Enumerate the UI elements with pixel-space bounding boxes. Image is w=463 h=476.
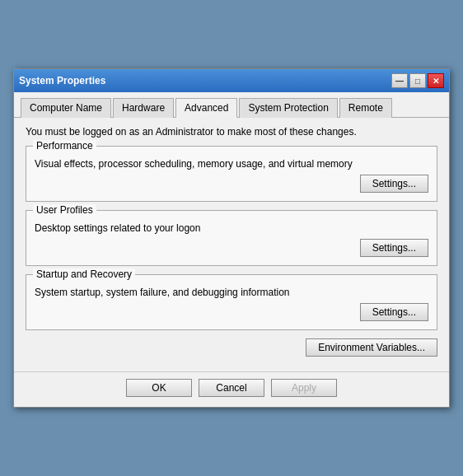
apply-button[interactable]: Apply bbox=[271, 379, 337, 397]
env-variables-row: Environment Variables... bbox=[26, 338, 437, 357]
performance-section: Performance Visual effects, processor sc… bbox=[26, 146, 437, 202]
startup-recovery-settings-button[interactable]: Settings... bbox=[360, 303, 428, 321]
environment-variables-button[interactable]: Environment Variables... bbox=[306, 338, 437, 357]
cancel-button[interactable]: Cancel bbox=[199, 379, 264, 397]
startup-recovery-section: Startup and Recovery System startup, sys… bbox=[26, 274, 437, 330]
performance-settings-button[interactable]: Settings... bbox=[360, 175, 428, 193]
window-title: System Properties bbox=[19, 75, 105, 86]
minimize-button[interactable]: — bbox=[391, 73, 408, 88]
close-button[interactable]: ✕ bbox=[428, 73, 444, 88]
performance-description: Visual effects, processor scheduling, me… bbox=[35, 158, 428, 170]
footer: OK Cancel Apply bbox=[14, 371, 449, 407]
tab-computer-name[interactable]: Computer Name bbox=[21, 98, 111, 118]
title-bar: System Properties — □ ✕ bbox=[14, 69, 449, 92]
title-bar-buttons: — □ ✕ bbox=[391, 73, 444, 88]
startup-recovery-btn-row: Settings... bbox=[35, 303, 428, 321]
tab-bar: Computer Name Hardware Advanced System P… bbox=[14, 92, 449, 118]
admin-notice: You must be logged on as an Administrato… bbox=[26, 126, 437, 138]
user-profiles-section: User Profiles Desktop settings related t… bbox=[26, 210, 437, 266]
tab-remote[interactable]: Remote bbox=[339, 98, 392, 118]
user-profiles-title: User Profiles bbox=[33, 204, 96, 216]
tab-system-protection[interactable]: System Protection bbox=[239, 98, 337, 118]
maximize-button[interactable]: □ bbox=[409, 73, 426, 88]
user-profiles-description: Desktop settings related to your logon bbox=[35, 222, 428, 234]
tab-advanced[interactable]: Advanced bbox=[175, 98, 237, 118]
performance-btn-row: Settings... bbox=[35, 175, 428, 193]
ok-button[interactable]: OK bbox=[126, 379, 192, 397]
user-profiles-settings-button[interactable]: Settings... bbox=[360, 239, 428, 257]
system-properties-window: System Properties — □ ✕ Computer Name Ha… bbox=[13, 68, 450, 408]
user-profiles-btn-row: Settings... bbox=[35, 239, 428, 257]
performance-title: Performance bbox=[33, 140, 96, 152]
tab-hardware[interactable]: Hardware bbox=[113, 98, 174, 118]
content-area: You must be logged on as an Administrato… bbox=[14, 118, 449, 371]
startup-recovery-description: System startup, system failure, and debu… bbox=[35, 287, 428, 298]
startup-recovery-title: Startup and Recovery bbox=[33, 268, 135, 280]
